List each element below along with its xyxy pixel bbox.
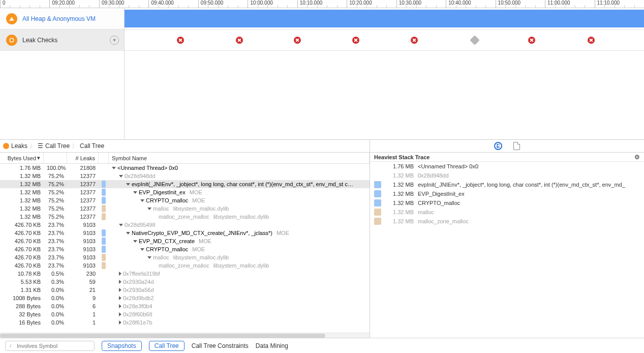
table-row[interactable]: 10.78 KB0.5%2300x7ffeefa319bf [0,270,370,278]
disclosure-triangle[interactable] [119,224,123,226]
table-row[interactable]: 1.32 MB75.2%12377CRYPTO_mallocMOE [0,196,370,204]
leak-marker[interactable] [352,37,359,44]
ruler-tick: 0 [0,0,6,8]
constraints-button[interactable]: Call Tree Constraints [192,342,249,349]
crumb-calltree[interactable]: Call Tree [45,142,70,150]
heap-icon [6,13,17,24]
table-row[interactable]: 1.32 MB75.2%12377evpInit(_JNIEnv*, _jobj… [0,180,370,188]
table-row[interactable]: 1008 Bytes0.0%90x28d9bdb2 [0,294,370,302]
table-header[interactable]: Bytes Used▾ # Leaks Symbol Name [0,153,370,164]
add-track-button[interactable]: + [110,36,119,45]
stack-row[interactable]: 1.32 MBCRYPTO_malloc [370,198,644,208]
right-pane-toolbar: E [370,140,644,153]
leak-marker[interactable] [411,37,418,44]
stack-row[interactable]: 1.32 MBEVP_DigestInit_ex [370,189,644,198]
library-badge [102,254,106,261]
table-row[interactable]: 1.32 MB75.2%12377malloc_zone_malloclibsy… [0,213,370,221]
call-tree-table[interactable]: 1.76 MB100.0%21808<Unnamed Thread> 0x01.… [0,164,370,333]
table-row[interactable]: 288 Bytes0.0%60x28e3f0b4 [0,302,370,310]
ruler-tick: 10:50.000 [496,0,521,8]
snapshots-button[interactable]: Snapshots [102,341,142,351]
heap-strip [125,10,644,27]
table-row[interactable]: 426.70 KB23.7%91030x28d95498 [0,221,370,229]
table-row[interactable]: 1.32 MB75.2%12377malloclibsystem_malloc.… [0,204,370,213]
disclosure-triangle[interactable] [119,280,121,284]
table-row[interactable]: 16 Bytes0.0%10x28f61e7b [0,318,370,327]
stack-trace-list[interactable]: 1.76 MB<Unnamed Thread> 0x01.32 MB0x28d9… [370,162,644,338]
timeline-ruler[interactable]: 009:20.00009:30.00009:40.00009:50.00010:… [0,0,644,8]
calltree-button[interactable]: Call Tree [149,341,185,351]
disclosure-triangle[interactable] [119,296,121,300]
leak-marker[interactable] [236,37,243,44]
ruler-tick: 11:00.000 [545,0,570,8]
table-row[interactable]: 1.32 MB75.2%123770x28d948dd [0,172,370,180]
filter-input[interactable] [5,341,95,351]
disclosure-triangle[interactable] [119,312,121,316]
track-heap[interactable]: All Heap & Anonymous VM [0,8,644,30]
table-row[interactable]: 32 Bytes0.0%10x28f60b68 [0,310,370,318]
disclosure-triangle[interactable] [119,272,121,276]
stack-row[interactable]: 1.32 MBmalloc_zone_malloc [370,217,644,226]
extended-detail-icon[interactable]: E [494,142,502,150]
disclosure-triangle[interactable] [147,256,151,259]
disclosure-triangle[interactable] [140,248,144,251]
disclosure-triangle[interactable] [112,167,116,169]
library-badge [102,197,106,204]
library-badge [374,172,381,179]
table-row[interactable]: 426.70 KB23.7%9103malloc_zone_malloclibs… [0,261,370,270]
ruler-tick: 09:30.000 [99,0,125,8]
leak-marker[interactable] [294,37,301,44]
table-row[interactable]: 426.70 KB23.7%9103EVP_MD_CTX_createMOE [0,237,370,245]
crumb-leaks[interactable]: Leaks [11,142,27,150]
leak-marker[interactable] [470,35,480,45]
stack-row[interactable]: 1.76 MB<Unnamed Thread> 0x0 [370,162,644,171]
disclosure-triangle[interactable] [126,183,130,186]
crumb-calltree-2[interactable]: Call Tree [80,142,104,150]
settings-icon[interactable]: ⚙ [634,154,640,161]
stack-row[interactable]: 1.32 MBmalloc [370,208,644,217]
disclosure-triangle[interactable] [119,175,123,178]
col-bytes[interactable]: Bytes Used▾ [0,153,44,163]
calltree-icon: ☰ [38,142,43,150]
col-symbol[interactable]: Symbol Name [109,153,370,163]
stack-row[interactable]: 1.32 MBevpInit(_JNIEnv*, _jobject*, long… [370,180,644,189]
leak-marker[interactable] [588,37,595,44]
track-leak[interactable]: Leak Checks + [0,30,644,51]
ruler-tick: 10:20.000 [347,0,372,8]
leak-marker[interactable] [177,37,184,44]
disclosure-triangle[interactable] [119,288,121,292]
table-row[interactable]: 1.76 MB100.0%21808<Unnamed Thread> 0x0 [0,164,370,172]
disclosure-triangle[interactable] [119,320,121,325]
document-icon[interactable] [513,142,520,150]
ruler-tick: 09:40.000 [148,0,174,8]
disclosure-triangle[interactable] [119,304,121,308]
table-row[interactable]: 426.70 KB23.7%9103NativeCrypto_EVP_MD_CT… [0,229,370,237]
track-leak-title: Leak Checks [22,37,57,44]
stack-row[interactable]: 1.32 MB0x28d948dd [370,171,644,180]
library-badge [374,181,381,188]
table-row[interactable]: 426.70 KB23.7%9103CRYPTO_mallocMOE [0,245,370,253]
library-badge [374,163,381,170]
ruler-tick: 09:20.000 [49,0,75,8]
table-row[interactable]: 1.32 MB75.2%12377EVP_DigestInit_exMOE [0,188,370,196]
disclosure-triangle[interactable] [147,208,151,210]
leak-icon [6,35,17,46]
disclosure-triangle[interactable] [133,191,137,194]
disclosure-triangle[interactable] [133,240,137,243]
table-row[interactable]: 1.31 KB0.0%210x2930a56d [0,286,370,294]
horizontal-scrollbar[interactable] [0,333,370,338]
library-badge [374,190,381,197]
leaks-icon [3,143,9,149]
leak-marker[interactable] [528,37,535,44]
col-leaks[interactable]: # Leaks [67,153,99,163]
table-row[interactable]: 426.70 KB23.7%9103malloclibsystem_malloc… [0,253,370,261]
library-badge [102,189,106,196]
table-row[interactable]: 5.53 KB0.3%590x2930a24d [0,278,370,286]
ruler-tick: 11:10.000 [595,0,620,8]
disclosure-triangle[interactable] [140,199,144,202]
breadcrumb[interactable]: Leaks 〉 ☰Call Tree 〉 Call Tree [0,140,370,153]
library-badge [102,205,106,212]
mining-button[interactable]: Data Mining [256,342,288,349]
ruler-tick: 10:40.000 [446,0,471,8]
disclosure-triangle[interactable] [126,232,130,234]
